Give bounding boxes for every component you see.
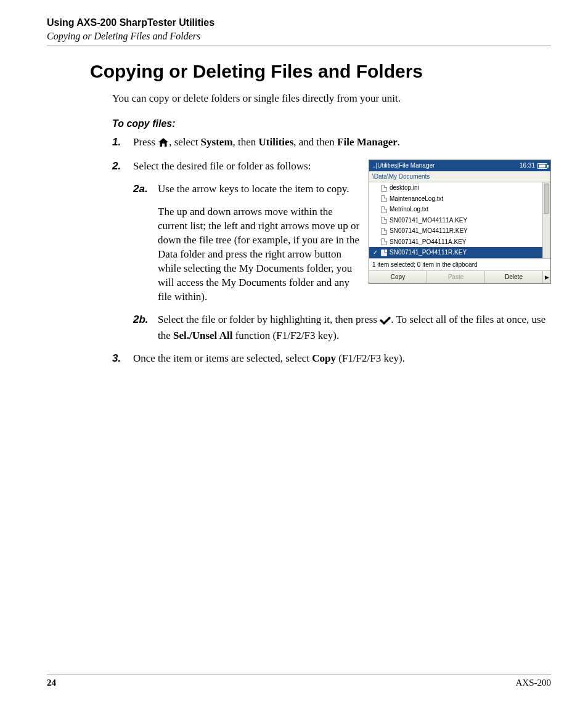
checkmark-icon [380,315,391,329]
file-row[interactable]: ✓SN007141_MO44111R.KEY [369,225,542,237]
screenshot-statusbar: 1 item selected; 0 item in the clipboard [369,258,550,271]
label-sel-unsel-all: Sel./Unsel All [173,330,232,341]
step2b-text-c: function (F1/F2/F3 key). [232,330,339,341]
step-2a: 2a. Use the arrow keys to locate the ite… [133,182,360,304]
step2-text: Select the desired file or folder as fol… [133,160,360,174]
step-number: 1. [112,136,133,152]
label-system: System [201,136,233,148]
step-2b: 2b. Select the file or folder by highlig… [133,313,551,343]
file-name: MetrinoLog.txt [390,205,428,214]
screenshot-path: \Data\My Documents [369,171,550,183]
footer-product: AXS-200 [515,678,551,688]
header-section: Copying or Deleting Files and Folders [47,31,551,42]
softkey-copy[interactable]: Copy [369,271,427,283]
label-utilities: Utilities [259,136,294,148]
step-3: 3. Once the item or items are selected, … [112,352,551,366]
file-row[interactable]: ✓SN007141_MO44111A.KEY [369,215,542,226]
screenshot-time: 16:31 [520,161,535,170]
substep-text: Use the arrow keys to locate the item to… [158,182,360,304]
file-icon [381,206,387,213]
file-icon [381,228,387,235]
battery-icon [537,163,547,169]
step-text: Once the item or items are selected, sel… [133,352,551,366]
step2b-text-a: Select the file or folder by highlightin… [158,314,380,325]
step-2: 2. Select the desired file or folder as … [112,160,360,174]
file-name: MaintenanceLog.txt [390,195,443,203]
file-icon [381,238,387,245]
file-name: SN007141_PO44111A.KEY [390,238,467,246]
page-title: Copying or Deleting Files and Folders [90,61,551,82]
file-icon [381,217,387,224]
footer-rule [47,675,551,675]
header-chapter: Using AXS-200 SharpTester Utilities [47,17,551,28]
file-row[interactable]: ✓SN007141_PO44111A.KEY [369,237,542,248]
file-name: desktop.ini [390,184,419,192]
screenshot-softkeys: Copy Paste Delete ▶ [369,270,550,283]
step-1: 1. Press , select System, then Utilities… [112,136,551,152]
file-name: SN007141_MO44111A.KEY [390,216,467,225]
file-row[interactable]: ✓MetrinoLog.txt [369,204,542,215]
step2a-p2: The up and down arrows move within the c… [158,205,360,304]
step1-text-e: . [398,136,400,148]
step1-text-a: Press [133,136,158,148]
procedure-subhead: To copy files: [112,117,551,131]
step-number: 2. [112,160,133,174]
intro-text: You can copy or delete folders or single… [112,92,551,106]
file-icon [381,249,387,256]
file-manager-screenshot: ..|Utilities|File Manager 16:31 \Data\My… [369,160,551,284]
file-row[interactable]: ✓MaintenanceLog.txt [369,193,542,205]
softkey-paste[interactable]: Paste [427,271,485,283]
step1-text-d: , and then [293,136,337,148]
step-number: 3. [112,352,133,366]
page-number: 24 [47,678,56,688]
header-rule [47,46,551,46]
page-footer: 24 AXS-200 [47,675,551,688]
softkey-delete[interactable]: Delete [485,271,543,283]
home-icon [158,137,169,152]
step-text: Select the desired file or folder as fol… [133,160,360,174]
file-name: SN007141_PO44111R.KEY [390,248,467,257]
file-icon [381,185,387,192]
step3-text-a: Once the item or items are selected, sel… [133,352,312,364]
label-file-manager: File Manager [337,136,398,148]
scrollbar[interactable] [542,182,550,258]
softkey-more-icon[interactable]: ▶ [543,271,550,283]
label-copy: Copy [312,352,336,364]
substep-number: 2b. [133,313,158,343]
screenshot-file-list: ✓desktop.ini ✓MaintenanceLog.txt ✓Metrin… [369,182,542,258]
substep-text: Select the file or folder by highlightin… [158,313,551,343]
file-icon [381,195,387,202]
file-row-selected[interactable]: ✓SN007141_PO44111R.KEY [369,247,542,258]
step-text: Press , select System, then Utilities, a… [133,136,551,152]
file-row[interactable]: ✓desktop.ini [369,182,542,193]
screenshot-breadcrumb: ..|Utilities|File Manager [372,161,435,170]
file-name: SN007141_MO44111R.KEY [390,227,468,235]
substep-number: 2a. [133,182,158,304]
screenshot-titlebar: ..|Utilities|File Manager 16:31 [369,160,550,171]
step1-text-c: , then [233,136,259,148]
step2a-p1: Use the arrow keys to locate the item to… [158,182,360,197]
step3-text-b: (F1/F2/F3 key). [336,352,405,364]
step1-text-b: , select [169,136,200,148]
